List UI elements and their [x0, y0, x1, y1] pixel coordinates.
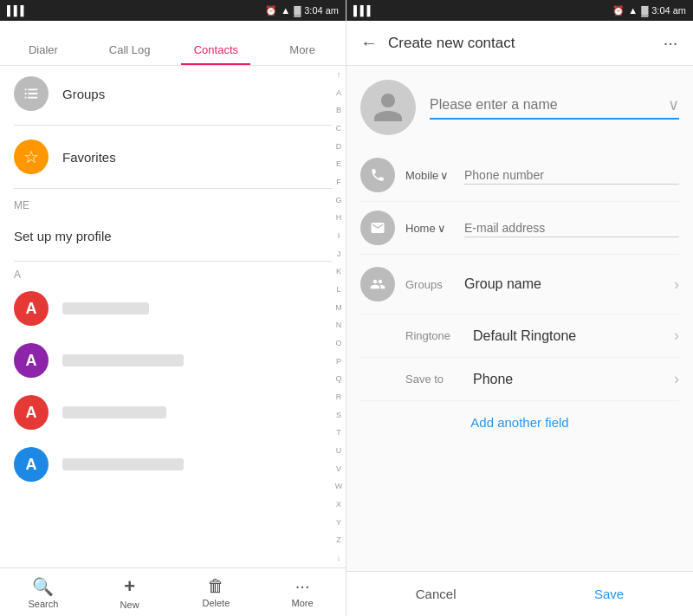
header-more-button[interactable]: ···	[655, 28, 686, 59]
contact-avatar-1: A	[14, 291, 49, 326]
contact-item-1[interactable]: A	[0, 282, 346, 334]
groups-row[interactable]: Groups Group name ›	[360, 255, 679, 314]
divider-3	[14, 261, 332, 262]
time-left: 3:04 am	[304, 5, 339, 16]
email-icon	[360, 211, 395, 245]
contacts-list: Groups ☆ Favorites ME Set up my profile …	[0, 66, 346, 616]
groups-item[interactable]: Groups	[0, 66, 346, 121]
more-dots-icon: ···	[295, 576, 310, 596]
alpha-a[interactable]: A	[336, 88, 341, 98]
name-input[interactable]	[430, 97, 668, 113]
groups-field-icon	[360, 267, 395, 302]
alpha-n[interactable]: N	[336, 321, 342, 330]
favorites-label: Favorites	[62, 150, 116, 165]
alpha-g[interactable]: G	[335, 196, 341, 205]
alpha-u[interactable]: U	[336, 446, 342, 456]
alpha-l[interactable]: L	[336, 285, 340, 295]
left-panel: ▌▌▌ ⏰ ▲ ▓ 3:04 am Dialer Call Log Contac…	[0, 0, 346, 616]
alpha-d[interactable]: D	[336, 142, 342, 152]
alpha-b[interactable]: B	[336, 106, 341, 115]
create-contact-form: ∨ Mobile ∨ Home	[346, 66, 693, 616]
phone-type-selector[interactable]: Mobile ∨	[405, 169, 457, 182]
alpha-e[interactable]: E	[336, 159, 341, 169]
create-contact-title: Create new contact	[388, 35, 655, 52]
alpha-y[interactable]: Y	[336, 518, 341, 528]
alpha-v[interactable]: V	[336, 464, 341, 474]
dropdown-icon: ∨	[440, 169, 449, 182]
status-bar-right: ▌▌▌ ⏰ ▲ ▓ 3:04 am	[346, 0, 693, 21]
favorites-item[interactable]: ☆ Favorites	[0, 129, 346, 185]
email-input[interactable]	[464, 219, 679, 237]
alpha-k[interactable]: K	[336, 267, 341, 276]
alpha-x[interactable]: X	[336, 500, 341, 509]
alpha-p[interactable]: P	[336, 357, 341, 366]
phone-field-row: Mobile ∨	[360, 149, 679, 202]
alpha-o[interactable]: O	[335, 339, 341, 348]
contact-avatar-3: A	[14, 395, 49, 430]
alpha-section-a: A	[0, 265, 346, 282]
alpha-f[interactable]: F	[336, 178, 341, 187]
alpha-r[interactable]: R	[336, 392, 342, 402]
groups-field-label: Groups	[405, 278, 457, 291]
bottom-toolbar: 🔍 Search + New 🗑 Delete ··· More	[0, 567, 346, 616]
tab-dialer[interactable]: Dialer	[0, 33, 87, 65]
add-icon: +	[124, 575, 135, 598]
phone-number-input[interactable]	[464, 166, 679, 185]
alarm-icon-right: ⏰	[612, 5, 625, 16]
form-footer: Cancel Save	[346, 571, 693, 616]
ringtone-value: Default Ringtone	[473, 328, 674, 344]
signal-icon: ▌▌▌	[7, 5, 27, 16]
alpha-j[interactable]: J	[337, 250, 341, 259]
search-button[interactable]: 🔍 Search	[0, 571, 87, 614]
saveto-row[interactable]: Save to Phone ›	[360, 358, 679, 401]
setup-profile-btn[interactable]: Set up my profile	[0, 215, 346, 257]
alpha-i[interactable]: I	[338, 231, 340, 241]
email-field-row: Home ∨	[360, 202, 679, 255]
tab-contacts[interactable]: Contacts	[173, 33, 260, 65]
contact-avatar-2: A	[14, 343, 49, 378]
delete-button[interactable]: 🗑 Delete	[173, 571, 260, 613]
contact-item-2[interactable]: A	[0, 334, 346, 386]
tab-more[interactable]: More	[259, 33, 346, 65]
battery-icon: ▓	[294, 5, 301, 16]
alpha-q[interactable]: Q	[335, 374, 341, 384]
phone-icon	[360, 158, 395, 192]
alphabet-index[interactable]: ↑ A B C D E F G H I J K L M N O P Q R S …	[332, 66, 346, 567]
contact-name-3	[62, 406, 166, 418]
cancel-button[interactable]: Cancel	[381, 576, 491, 612]
alpha-up[interactable]: ↑	[337, 70, 341, 80]
contact-item-3[interactable]: A	[0, 386, 346, 438]
alpha-c[interactable]: C	[336, 124, 342, 133]
new-button[interactable]: + New	[87, 570, 173, 615]
favorites-icon: ☆	[14, 139, 49, 174]
tab-calllog[interactable]: Call Log	[87, 33, 173, 65]
alpha-t[interactable]: T	[336, 428, 341, 438]
alpha-w[interactable]: W	[335, 482, 343, 491]
groups-label: Groups	[62, 87, 105, 101]
ringtone-row[interactable]: Ringtone Default Ringtone ›	[360, 314, 679, 358]
status-bar-left: ▌▌▌ ⏰ ▲ ▓ 3:04 am	[0, 0, 346, 21]
alpha-h[interactable]: H	[336, 213, 342, 223]
contact-item-4[interactable]: A	[0, 438, 346, 490]
contact-avatar-placeholder[interactable]	[360, 80, 416, 135]
back-button[interactable]: ←	[353, 28, 385, 59]
person-icon	[371, 90, 405, 125]
alpha-m[interactable]: M	[335, 303, 342, 313]
add-another-field-button[interactable]: Add another field	[360, 401, 679, 444]
more-toolbar-button[interactable]: ··· More	[259, 571, 346, 613]
save-button[interactable]: Save	[560, 576, 658, 612]
alpha-down[interactable]: ↓	[337, 554, 341, 563]
groups-field-value: Group name	[464, 276, 674, 292]
expand-icon[interactable]: ∨	[668, 95, 679, 114]
contact-name-2	[62, 354, 184, 366]
saveto-chevron-icon: ›	[674, 370, 679, 388]
ringtone-chevron-icon: ›	[674, 327, 679, 345]
alpha-s[interactable]: S	[336, 411, 341, 420]
alpha-z[interactable]: Z	[336, 535, 341, 545]
divider-1	[14, 125, 332, 126]
status-icons-right: ⏰ ▲ ▓ 3:04 am	[265, 5, 339, 16]
battery-icon-right: ▓	[641, 5, 648, 16]
right-header: ← Create new contact ···	[346, 21, 693, 66]
wifi-icon: ▲	[281, 5, 290, 16]
email-type-selector[interactable]: Home ∨	[405, 222, 457, 235]
